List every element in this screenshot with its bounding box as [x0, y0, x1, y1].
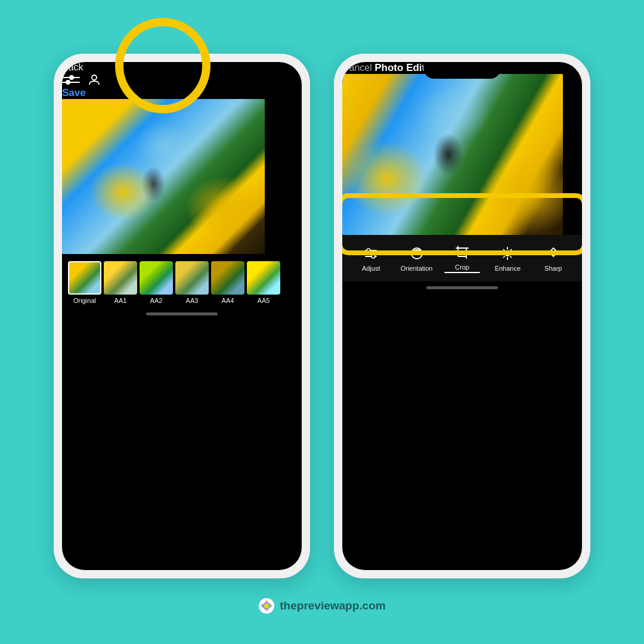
footer-website: thepreviewapp.com [280, 599, 385, 612]
save-button[interactable]: Save [62, 87, 86, 98]
sunflower-image [62, 99, 265, 254]
filter-thumb-aa5[interactable] [247, 261, 280, 295]
back-button[interactable]: Back [62, 62, 83, 72]
filter-aa5[interactable]: AA5 [247, 261, 280, 304]
filter-label-aa2: AA2 [150, 297, 163, 304]
svg-point-12 [505, 251, 510, 256]
notch-2 [423, 62, 501, 79]
filter-label-original: Original [73, 297, 96, 304]
main-container: Back Save [0, 30, 644, 590]
adjust-label: Adjust [362, 265, 380, 272]
filter-aa4[interactable]: AA4 [211, 261, 244, 304]
svg-point-6 [415, 252, 418, 255]
filter-thumb-aa1[interactable] [104, 261, 137, 295]
filter-aa3[interactable]: AA3 [175, 261, 209, 304]
svg-point-0 [92, 75, 97, 80]
photo-area-2 [342, 74, 582, 235]
phone-2: Cancel Photo Editor Done [334, 54, 590, 578]
adj-line-bottom [62, 82, 80, 83]
crop-label: Crop [455, 264, 469, 271]
filter-thumb-aa2[interactable] [140, 261, 173, 295]
photo-area [62, 99, 302, 254]
filter-thumb-original[interactable] [68, 261, 101, 295]
person-icon[interactable] [87, 73, 101, 87]
phone-2-screen: Cancel Photo Editor Done [342, 62, 582, 570]
svg-line-20 [504, 256, 505, 258]
cancel-button[interactable]: Cancel [342, 63, 372, 73]
filter-strip[interactable]: Original AA1 AA2 AA3 AA4 [62, 254, 302, 308]
enhance-icon [500, 246, 515, 261]
phone-1-screen: Back Save [62, 62, 302, 570]
filter-label-aa1: AA1 [114, 297, 127, 304]
main-photo-2 [342, 74, 563, 235]
home-indicator-2 [426, 286, 498, 289]
main-photo [62, 99, 265, 254]
crop-active-underline [444, 272, 480, 273]
svg-line-17 [504, 249, 505, 250]
enhance-label: Enhance [495, 265, 521, 272]
filter-aa1[interactable]: AA1 [104, 261, 137, 304]
tool-enhance[interactable]: Enhance [490, 246, 525, 272]
svg-line-19 [510, 249, 512, 250]
orientation-icon [409, 246, 425, 261]
notch [143, 62, 221, 79]
svg-point-2 [367, 249, 370, 252]
photo-editor-toolbar: Adjust Orientation [342, 235, 582, 281]
adjust-icon [363, 246, 379, 261]
sharp-label: Sharp [544, 265, 562, 272]
svg-line-18 [510, 256, 512, 258]
svg-point-22 [264, 603, 269, 608]
footer: thepreviewapp.com [258, 597, 385, 614]
filter-aa2[interactable]: AA2 [140, 261, 173, 304]
crop-icon [454, 244, 470, 260]
tool-sharp[interactable]: Sharp [535, 246, 571, 272]
filter-label-aa3: AA3 [186, 297, 199, 304]
footer-logo-icon [258, 597, 275, 614]
adjustments-icon[interactable] [62, 73, 80, 87]
tool-crop[interactable]: Crop [444, 244, 480, 273]
home-indicator [146, 312, 218, 315]
adj-line-top [62, 77, 80, 78]
filter-thumb-aa4[interactable] [211, 261, 244, 295]
tool-adjust[interactable]: Adjust [353, 246, 389, 272]
filter-thumb-aa3[interactable] [175, 261, 209, 295]
tool-orientation[interactable]: Orientation [399, 246, 435, 272]
filter-label-aa4: AA4 [222, 297, 234, 304]
filter-original[interactable]: Original [68, 261, 101, 304]
sharp-icon [546, 246, 561, 261]
phone-1: Back Save [54, 54, 310, 578]
tools-row: Adjust Orientation [342, 242, 582, 278]
filter-label-aa5: AA5 [258, 297, 270, 304]
orientation-label: Orientation [401, 265, 433, 272]
svg-rect-7 [458, 248, 466, 256]
svg-point-4 [371, 255, 375, 258]
